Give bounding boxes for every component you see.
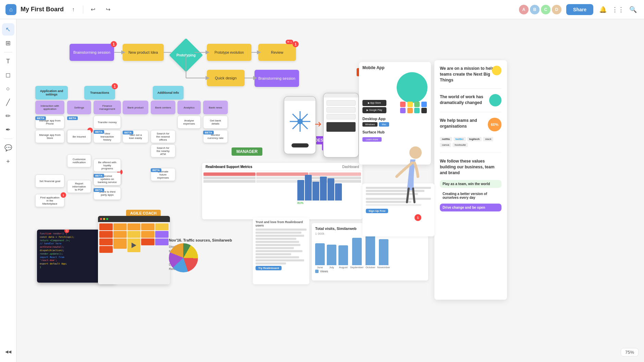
button-try[interactable]: Try Realinboard [256, 267, 307, 270]
node-label-proto-eval: Prototype evolution [214, 51, 244, 54]
export-button[interactable]: ↑ [68, 4, 79, 15]
dashboard-table[interactable]: Realinboard Support Metrics Dashboard [202, 163, 362, 219]
node-prototyping-container[interactable]: Prototyping [171, 40, 201, 70]
label-transactions: Transactions [90, 91, 109, 94]
section-app-settings[interactable]: Application and settings [35, 86, 68, 100]
share-button[interactable]: Share [566, 4, 593, 15]
section-additional[interactable]: Additional Info [153, 86, 184, 100]
card-finance-mgmt[interactable]: Finance management [94, 101, 121, 114]
node-brainstorm2[interactable]: Brainstorming session [255, 70, 299, 87]
role-manager[interactable]: MANAGER [232, 147, 262, 156]
draw-tool[interactable]: ✒ [2, 124, 14, 136]
value-cards: Play as a team, win the world Creating a… [440, 180, 501, 211]
settings-button[interactable]: ⋮⋮ [612, 4, 623, 15]
tag-beta-7: BETA [94, 186, 104, 192]
notifications-button[interactable]: 🔔 [597, 4, 608, 15]
redo-button[interactable]: ↪ [102, 4, 113, 15]
undo-icon: ↩ [91, 6, 95, 13]
phone-button-left [292, 143, 309, 147]
collapse-sidebar[interactable]: ◀◀ [2, 346, 14, 358]
app-store-badge: ▶ App Store [362, 100, 386, 106]
card-search-nearest[interactable]: Search for the nearest offices [151, 130, 175, 143]
kanban-thumbnail[interactable] [98, 216, 170, 284]
kanban-min-dot [103, 218, 105, 220]
card-set-goal[interactable]: Set financial goal [35, 174, 64, 188]
shape-tool[interactable]: ○ [2, 82, 14, 95]
surface-hub-button: Learn more [362, 135, 428, 142]
visits-legend: Views [315, 270, 425, 273]
kanban-max-dot [106, 218, 108, 220]
agile-coach-badge[interactable]: AGILE COACH [126, 210, 161, 217]
sticky-tool[interactable]: ◻ [2, 69, 14, 81]
google-play-badge: ▶ Google Play [362, 107, 386, 113]
search-button[interactable]: 🔍 [628, 4, 639, 15]
comment-tool[interactable]: 💬 [2, 142, 14, 154]
dashboard-subtitle: Dashboard [342, 165, 359, 169]
undo-button[interactable]: ↩ [87, 4, 98, 15]
traffic-chart-container: Nov'16. Traffic sources, Similarweb Disp… [169, 238, 248, 295]
agile-coach-container: AGILE COACH [126, 210, 161, 217]
signup-btn[interactable]: Sign Up Free [366, 209, 388, 213]
tag-beta-6: BETA [203, 129, 214, 135]
mobile-app-graphic: ▶ App Store ▶ Google Play [362, 72, 428, 113]
orange-percent-circle: 60% [488, 118, 501, 131]
phone-top-bar [284, 97, 315, 101]
kanban-col-2 [113, 223, 127, 283]
section-transactions[interactable]: 1 Transactions [84, 86, 115, 100]
node-quick-design[interactable]: Quick design [207, 70, 245, 86]
more-tool[interactable]: + [2, 155, 14, 168]
svg-point-11 [297, 119, 303, 124]
node-review[interactable]: 1 ✉ 1 Review [258, 44, 296, 61]
node-new-product[interactable]: New product Idea [123, 44, 164, 61]
person-svg [393, 142, 428, 204]
card-be-insured[interactable]: Be insured [67, 130, 91, 143]
phone-field-1 [326, 100, 356, 106]
brand-logos: netflix twitter logitech slack canva hoo… [440, 137, 501, 147]
tag-beta-5: BETA [151, 166, 161, 172]
divider-3 [440, 153, 501, 153]
text-tool[interactable]: T [2, 55, 14, 67]
board-canvas[interactable]: 1 Brainstorming session New product Idea… [16, 19, 644, 362]
card-manage-marketplace[interactable]: 1 Find application in the Marketplace [35, 194, 64, 207]
card-bank-product[interactable]: Bank product [123, 101, 148, 114]
text-report-section: Trust and love from Realinboard users Tr… [253, 218, 309, 284]
card-search-atm[interactable]: Search for the nearby ATM [151, 144, 175, 157]
card-manage-app-store[interactable]: Manage app from Store [35, 130, 64, 143]
card-analytics[interactable]: Analytics [177, 101, 201, 114]
code-badge: 1 [64, 230, 69, 233]
values-section: We follow these values building our busi… [440, 158, 501, 176]
dashboard-percent: 81% [297, 201, 359, 205]
card-analyse-expenses[interactable]: Analyse expenses [177, 116, 201, 129]
bar-august: August [338, 245, 348, 269]
value-drive: Drive change and be open [440, 204, 501, 211]
card-customize[interactable]: Customize notification [67, 154, 91, 167]
card-bank-centers[interactable]: Bank centers [151, 101, 175, 114]
divider-2 [440, 112, 501, 112]
zoom-level: 75% [625, 350, 634, 355]
world-section: The world of work has dramatically chang… [440, 94, 501, 106]
phone-top-bar-right [324, 93, 358, 98]
node-proto-eval[interactable]: Prototype evolution [207, 44, 251, 61]
card-bank-news[interactable]: Bank news [203, 101, 228, 114]
search-icon: 🔍 [629, 6, 637, 13]
grid-icon: ⋮⋮ [612, 6, 624, 13]
card-report-pdf[interactable]: Report information to PDF [67, 180, 91, 193]
card-get-bank-details[interactable]: Get bank details [203, 116, 228, 129]
redo-icon: ↪ [106, 6, 110, 13]
help-text-container: We help teams and organisations [440, 118, 485, 129]
toolbar-divider [83, 5, 83, 14]
frame-tool[interactable]: ⊞ [2, 37, 14, 49]
logo-canva: canva [440, 143, 451, 147]
select-tool[interactable]: ↖ [2, 23, 14, 36]
report-content [256, 229, 307, 264]
card-transfer-money[interactable]: Transfer money [94, 116, 121, 129]
card-settings[interactable]: Settings [67, 101, 91, 114]
card-be-offered[interactable]: Be offered with loyalty programs [94, 159, 121, 172]
home-button[interactable]: ⌂ [5, 4, 16, 15]
mission-section: We are on a mission to help teams create… [440, 66, 501, 83]
line-tool[interactable]: ╱ [2, 96, 14, 108]
tag-beta-8: BETA [94, 172, 104, 178]
card-interaction[interactable]: Interaction with application [35, 101, 64, 114]
pencil-tool[interactable]: ✏ [2, 110, 14, 122]
node-brainstorm1[interactable]: 1 Brainstorming session [70, 44, 114, 61]
